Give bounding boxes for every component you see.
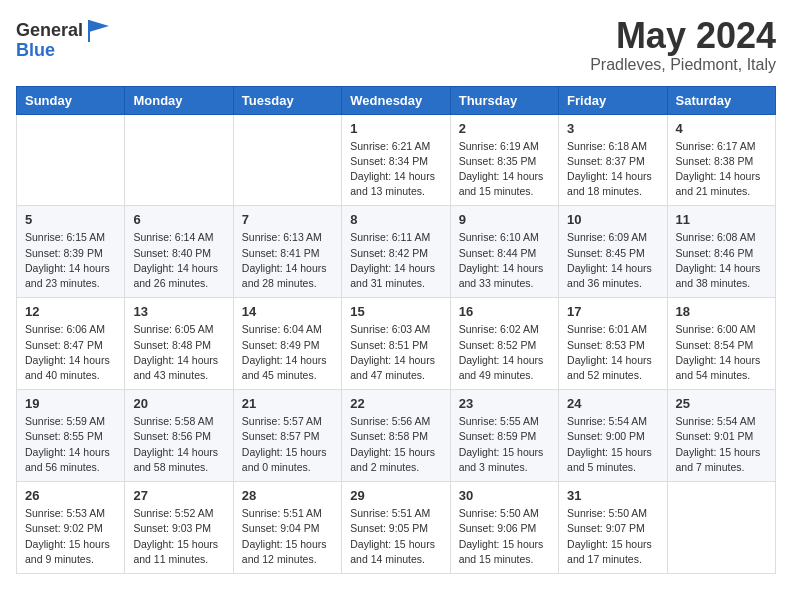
day-number: 18: [676, 304, 767, 319]
day-info: Sunrise: 6:13 AM Sunset: 8:41 PM Dayligh…: [242, 230, 333, 291]
table-row: 24Sunrise: 5:54 AM Sunset: 9:00 PM Dayli…: [559, 390, 667, 482]
month-title: May 2024: [590, 16, 776, 56]
day-number: 27: [133, 488, 224, 503]
table-row: 4Sunrise: 6:17 AM Sunset: 8:38 PM Daylig…: [667, 114, 775, 206]
day-info: Sunrise: 6:02 AM Sunset: 8:52 PM Dayligh…: [459, 322, 550, 383]
day-info: Sunrise: 6:10 AM Sunset: 8:44 PM Dayligh…: [459, 230, 550, 291]
day-number: 4: [676, 121, 767, 136]
day-number: 26: [25, 488, 116, 503]
table-row: 13Sunrise: 6:05 AM Sunset: 8:48 PM Dayli…: [125, 298, 233, 390]
day-info: Sunrise: 6:01 AM Sunset: 8:53 PM Dayligh…: [567, 322, 658, 383]
table-row: 31Sunrise: 5:50 AM Sunset: 9:07 PM Dayli…: [559, 482, 667, 574]
table-row: 30Sunrise: 5:50 AM Sunset: 9:06 PM Dayli…: [450, 482, 558, 574]
table-row: 27Sunrise: 5:52 AM Sunset: 9:03 PM Dayli…: [125, 482, 233, 574]
day-info: Sunrise: 5:54 AM Sunset: 9:00 PM Dayligh…: [567, 414, 658, 475]
header: General Blue May 2024 Pradleves, Piedmon…: [16, 16, 776, 74]
table-row: 18Sunrise: 6:00 AM Sunset: 8:54 PM Dayli…: [667, 298, 775, 390]
table-row: 17Sunrise: 6:01 AM Sunset: 8:53 PM Dayli…: [559, 298, 667, 390]
day-number: 22: [350, 396, 441, 411]
day-number: 23: [459, 396, 550, 411]
day-number: 15: [350, 304, 441, 319]
day-number: 1: [350, 121, 441, 136]
day-number: 28: [242, 488, 333, 503]
table-row: 21Sunrise: 5:57 AM Sunset: 8:57 PM Dayli…: [233, 390, 341, 482]
logo-blue-text: Blue: [16, 40, 55, 61]
table-row: 12Sunrise: 6:06 AM Sunset: 8:47 PM Dayli…: [17, 298, 125, 390]
day-number: 14: [242, 304, 333, 319]
day-info: Sunrise: 6:00 AM Sunset: 8:54 PM Dayligh…: [676, 322, 767, 383]
day-info: Sunrise: 6:21 AM Sunset: 8:34 PM Dayligh…: [350, 139, 441, 200]
svg-marker-0: [89, 20, 109, 32]
table-row: 29Sunrise: 5:51 AM Sunset: 9:05 PM Dayli…: [342, 482, 450, 574]
day-number: 5: [25, 212, 116, 227]
day-number: 3: [567, 121, 658, 136]
day-number: 20: [133, 396, 224, 411]
table-row: 10Sunrise: 6:09 AM Sunset: 8:45 PM Dayli…: [559, 206, 667, 298]
table-row: 6Sunrise: 6:14 AM Sunset: 8:40 PM Daylig…: [125, 206, 233, 298]
table-row: 1Sunrise: 6:21 AM Sunset: 8:34 PM Daylig…: [342, 114, 450, 206]
day-number: 8: [350, 212, 441, 227]
day-number: 11: [676, 212, 767, 227]
day-info: Sunrise: 6:17 AM Sunset: 8:38 PM Dayligh…: [676, 139, 767, 200]
day-info: Sunrise: 5:53 AM Sunset: 9:02 PM Dayligh…: [25, 506, 116, 567]
location-title: Pradleves, Piedmont, Italy: [590, 56, 776, 74]
day-info: Sunrise: 6:04 AM Sunset: 8:49 PM Dayligh…: [242, 322, 333, 383]
calendar-week-1: 1Sunrise: 6:21 AM Sunset: 8:34 PM Daylig…: [17, 114, 776, 206]
day-info: Sunrise: 5:58 AM Sunset: 8:56 PM Dayligh…: [133, 414, 224, 475]
day-info: Sunrise: 6:14 AM Sunset: 8:40 PM Dayligh…: [133, 230, 224, 291]
day-info: Sunrise: 5:54 AM Sunset: 9:01 PM Dayligh…: [676, 414, 767, 475]
day-number: 31: [567, 488, 658, 503]
calendar-week-2: 5Sunrise: 6:15 AM Sunset: 8:39 PM Daylig…: [17, 206, 776, 298]
col-wednesday: Wednesday: [342, 86, 450, 114]
table-row: [233, 114, 341, 206]
table-row: 5Sunrise: 6:15 AM Sunset: 8:39 PM Daylig…: [17, 206, 125, 298]
table-row: 20Sunrise: 5:58 AM Sunset: 8:56 PM Dayli…: [125, 390, 233, 482]
table-row: 16Sunrise: 6:02 AM Sunset: 8:52 PM Dayli…: [450, 298, 558, 390]
day-number: 7: [242, 212, 333, 227]
table-row: 15Sunrise: 6:03 AM Sunset: 8:51 PM Dayli…: [342, 298, 450, 390]
table-row: 28Sunrise: 5:51 AM Sunset: 9:04 PM Dayli…: [233, 482, 341, 574]
table-row: [17, 114, 125, 206]
table-row: 22Sunrise: 5:56 AM Sunset: 8:58 PM Dayli…: [342, 390, 450, 482]
day-number: 21: [242, 396, 333, 411]
table-row: [667, 482, 775, 574]
title-area: May 2024 Pradleves, Piedmont, Italy: [590, 16, 776, 74]
day-number: 19: [25, 396, 116, 411]
table-row: 2Sunrise: 6:19 AM Sunset: 8:35 PM Daylig…: [450, 114, 558, 206]
col-tuesday: Tuesday: [233, 86, 341, 114]
col-monday: Monday: [125, 86, 233, 114]
day-number: 29: [350, 488, 441, 503]
day-info: Sunrise: 5:57 AM Sunset: 8:57 PM Dayligh…: [242, 414, 333, 475]
day-info: Sunrise: 5:50 AM Sunset: 9:06 PM Dayligh…: [459, 506, 550, 567]
day-info: Sunrise: 5:59 AM Sunset: 8:55 PM Dayligh…: [25, 414, 116, 475]
day-number: 10: [567, 212, 658, 227]
table-row: 26Sunrise: 5:53 AM Sunset: 9:02 PM Dayli…: [17, 482, 125, 574]
day-number: 24: [567, 396, 658, 411]
logo-flag-icon: [85, 16, 113, 44]
day-number: 17: [567, 304, 658, 319]
table-row: 3Sunrise: 6:18 AM Sunset: 8:37 PM Daylig…: [559, 114, 667, 206]
day-number: 30: [459, 488, 550, 503]
table-row: 14Sunrise: 6:04 AM Sunset: 8:49 PM Dayli…: [233, 298, 341, 390]
day-info: Sunrise: 6:09 AM Sunset: 8:45 PM Dayligh…: [567, 230, 658, 291]
table-row: 7Sunrise: 6:13 AM Sunset: 8:41 PM Daylig…: [233, 206, 341, 298]
col-thursday: Thursday: [450, 86, 558, 114]
day-number: 12: [25, 304, 116, 319]
day-info: Sunrise: 6:19 AM Sunset: 8:35 PM Dayligh…: [459, 139, 550, 200]
logo-general-text: General: [16, 20, 83, 41]
day-info: Sunrise: 5:52 AM Sunset: 9:03 PM Dayligh…: [133, 506, 224, 567]
col-sunday: Sunday: [17, 86, 125, 114]
calendar-table: Sunday Monday Tuesday Wednesday Thursday…: [16, 86, 776, 574]
day-info: Sunrise: 6:11 AM Sunset: 8:42 PM Dayligh…: [350, 230, 441, 291]
day-info: Sunrise: 6:06 AM Sunset: 8:47 PM Dayligh…: [25, 322, 116, 383]
day-info: Sunrise: 5:55 AM Sunset: 8:59 PM Dayligh…: [459, 414, 550, 475]
day-info: Sunrise: 5:50 AM Sunset: 9:07 PM Dayligh…: [567, 506, 658, 567]
calendar-week-3: 12Sunrise: 6:06 AM Sunset: 8:47 PM Dayli…: [17, 298, 776, 390]
table-row: 23Sunrise: 5:55 AM Sunset: 8:59 PM Dayli…: [450, 390, 558, 482]
table-row: 25Sunrise: 5:54 AM Sunset: 9:01 PM Dayli…: [667, 390, 775, 482]
day-number: 16: [459, 304, 550, 319]
table-row: 9Sunrise: 6:10 AM Sunset: 8:44 PM Daylig…: [450, 206, 558, 298]
day-info: Sunrise: 5:51 AM Sunset: 9:05 PM Dayligh…: [350, 506, 441, 567]
day-info: Sunrise: 6:05 AM Sunset: 8:48 PM Dayligh…: [133, 322, 224, 383]
table-row: 11Sunrise: 6:08 AM Sunset: 8:46 PM Dayli…: [667, 206, 775, 298]
